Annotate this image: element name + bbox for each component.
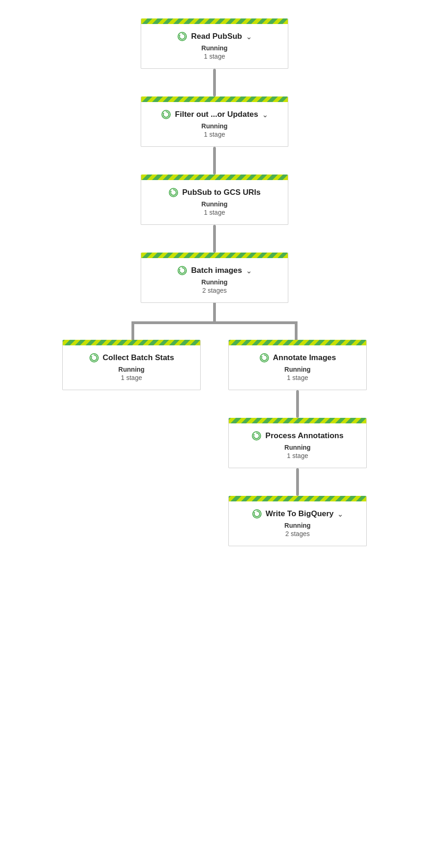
running-icon bbox=[251, 431, 262, 441]
node-card-pubsub-gcs[interactable]: PubSub to GCS URIs Running 1 stage bbox=[141, 175, 288, 225]
node-title-row: PubSub to GCS URIs bbox=[149, 187, 280, 198]
branch-right: Annotate Images Running 1 stage bbox=[219, 340, 376, 546]
node-header-stripe bbox=[229, 340, 366, 345]
fork-svg bbox=[53, 303, 376, 340]
node-title-batch-images: Batch images bbox=[191, 266, 242, 275]
node-title-read-pubsub: Read PubSub bbox=[191, 32, 242, 41]
node-header-stripe bbox=[229, 496, 366, 501]
connector-annotate-process bbox=[296, 390, 299, 418]
node-title-row: Read PubSub ⌄ bbox=[149, 31, 280, 42]
svg-rect-10 bbox=[131, 321, 134, 340]
node-title-row: Collect Batch Stats bbox=[70, 353, 193, 363]
node-stages-collect-batch-stats: 1 stage bbox=[121, 374, 142, 381]
node-card-write-bigquery[interactable]: Write To BigQuery ⌄ Running 2 stages bbox=[228, 496, 367, 546]
node-status-read-pubsub: Running bbox=[202, 44, 228, 52]
node-title-annotate-images: Annotate Images bbox=[273, 353, 336, 362]
node-card-collect-batch-stats[interactable]: Collect Batch Stats Running 1 stage bbox=[62, 340, 201, 390]
branch-left: Collect Batch Stats Running 1 stage bbox=[53, 340, 210, 390]
running-icon bbox=[177, 265, 187, 276]
running-icon bbox=[161, 109, 171, 120]
node-section-pubsub-gcs: PubSub to GCS URIs Running 1 stage bbox=[141, 175, 288, 225]
node-title-write-bigquery: Write To BigQuery bbox=[266, 509, 334, 518]
running-icon bbox=[168, 187, 179, 198]
node-stages-write-bigquery: 2 stages bbox=[286, 530, 310, 537]
node-status-filter-out: Running bbox=[202, 122, 228, 130]
running-icon bbox=[177, 31, 187, 42]
node-header-stripe bbox=[141, 18, 288, 24]
node-header-stripe bbox=[141, 253, 288, 258]
node-stages-process-annotations: 1 stage bbox=[287, 452, 308, 459]
running-icon bbox=[259, 353, 269, 363]
node-status-pubsub-gcs: Running bbox=[202, 200, 228, 208]
node-stages-read-pubsub: 1 stage bbox=[204, 53, 225, 60]
node-section-filter-out: Filter out ...or Updates ⌄ Running 1 sta… bbox=[141, 96, 288, 147]
node-header-stripe bbox=[229, 418, 366, 423]
node-card-batch-images[interactable]: Batch images ⌄ Running 2 stages bbox=[141, 253, 288, 303]
chevron-icon-write-bigquery[interactable]: ⌄ bbox=[337, 510, 343, 518]
chevron-icon-batch-images[interactable]: ⌄ bbox=[246, 266, 252, 275]
node-card-process-annotations[interactable]: Process Annotations Running 1 stage bbox=[228, 418, 367, 468]
fork-branches: Collect Batch Stats Running 1 stage bbox=[53, 340, 376, 546]
node-status-batch-images: Running bbox=[202, 278, 228, 286]
node-stages-annotate-images: 1 stage bbox=[287, 374, 308, 381]
node-status-process-annotations: Running bbox=[285, 444, 311, 451]
node-title-row: Write To BigQuery ⌄ bbox=[236, 509, 359, 519]
node-title-filter-out: Filter out ...or Updates bbox=[175, 110, 258, 119]
node-title-row: Annotate Images bbox=[236, 353, 359, 363]
node-header-stripe bbox=[63, 340, 200, 345]
chevron-icon-read-pubsub[interactable]: ⌄ bbox=[246, 32, 252, 41]
node-card-filter-out[interactable]: Filter out ...or Updates ⌄ Running 1 sta… bbox=[141, 96, 288, 147]
chevron-icon-filter-out[interactable]: ⌄ bbox=[262, 110, 268, 119]
node-stages-batch-images: 2 stages bbox=[203, 287, 227, 294]
node-title-row: Process Annotations bbox=[236, 431, 359, 441]
connector-1-2 bbox=[213, 69, 216, 96]
node-stages-filter-out: 1 stage bbox=[204, 131, 225, 138]
node-section-batch-images: Batch images ⌄ Running 2 stages bbox=[141, 253, 288, 303]
node-card-read-pubsub[interactable]: Read PubSub ⌄ Running 1 stage bbox=[141, 18, 288, 69]
running-icon bbox=[252, 509, 262, 519]
pipeline-container: Read PubSub ⌄ Running 1 stage Filter out… bbox=[0, 0, 429, 868]
node-card-annotate-images[interactable]: Annotate Images Running 1 stage bbox=[228, 340, 367, 390]
node-stages-pubsub-gcs: 1 stage bbox=[204, 209, 225, 216]
node-status-write-bigquery: Running bbox=[285, 522, 311, 529]
svg-rect-8 bbox=[213, 303, 216, 321]
node-section-read-pubsub: Read PubSub ⌄ Running 1 stage bbox=[141, 18, 288, 69]
connector-2-3 bbox=[213, 147, 216, 175]
node-title-pubsub-gcs: PubSub to GCS URIs bbox=[182, 188, 261, 197]
running-icon bbox=[89, 353, 99, 363]
node-title-collect-batch-stats: Collect Batch Stats bbox=[103, 353, 174, 362]
svg-rect-11 bbox=[295, 321, 298, 340]
node-title-row: Batch images ⌄ bbox=[149, 265, 280, 276]
node-title-process-annotations: Process Annotations bbox=[265, 431, 343, 440]
svg-rect-9 bbox=[131, 321, 298, 324]
node-status-collect-batch-stats: Running bbox=[119, 366, 145, 373]
connector-3-4 bbox=[213, 225, 216, 253]
node-header-stripe bbox=[141, 96, 288, 102]
node-title-row: Filter out ...or Updates ⌄ bbox=[149, 109, 280, 120]
fork-connector bbox=[53, 303, 376, 340]
node-status-annotate-images: Running bbox=[285, 366, 311, 373]
node-header-stripe bbox=[141, 175, 288, 180]
connector-process-bigquery bbox=[296, 468, 299, 496]
